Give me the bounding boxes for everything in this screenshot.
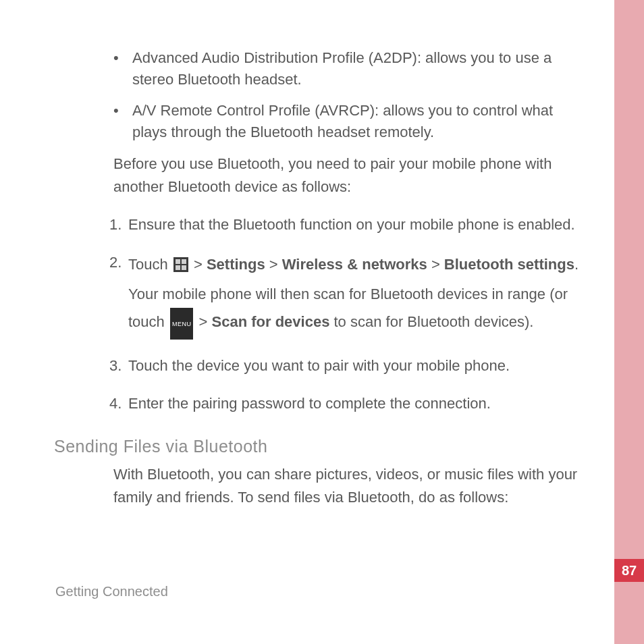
apps-grid-icon <box>173 254 188 281</box>
text-fragment: > <box>427 256 444 273</box>
step-item: 3. Touch the device you want to pair wit… <box>109 354 581 377</box>
page-number-tab: 87 <box>614 559 644 582</box>
step-text: Touch > Settings > Wireless & networks >… <box>128 251 581 340</box>
step-number: 2. <box>109 251 128 340</box>
bullet-marker: • <box>54 100 128 143</box>
step-text: Ensure that the Bluetooth function on yo… <box>128 213 575 236</box>
bullet-text: A/V Remote Control Profile (AVRCP): allo… <box>128 100 581 143</box>
text-fragment: to scan for Bluetooth devices). <box>329 313 533 330</box>
bullet-text: Advanced Audio Distribution Profile (A2D… <box>128 47 581 90</box>
step-item: 1. Ensure that the Bluetooth function on… <box>109 213 581 236</box>
path-settings: Settings <box>207 256 265 273</box>
step-text: Enter the pairing password to complete t… <box>128 392 491 415</box>
svg-rect-1 <box>176 259 180 264</box>
page-content: • Advanced Audio Distribution Profile (A… <box>54 47 581 516</box>
text-fragment: > <box>194 313 211 330</box>
menu-key-icon: MENU <box>170 308 194 340</box>
step-number: 3. <box>109 354 128 377</box>
path-bluetooth-settings: Bluetooth settings <box>444 256 574 273</box>
page-number: 87 <box>622 563 637 579</box>
path-wireless-networks: Wireless & networks <box>282 256 427 273</box>
text-fragment: Touch <box>128 256 172 273</box>
step-item: 4. Enter the pairing password to complet… <box>109 392 581 415</box>
section-paragraph: With Bluetooth, you can share pictures, … <box>113 463 581 509</box>
bullet-item: • Advanced Audio Distribution Profile (A… <box>54 47 581 90</box>
bullet-item: • A/V Remote Control Profile (AVRCP): al… <box>54 100 581 143</box>
step-number: 4. <box>109 392 128 415</box>
section-heading: Sending Files via Bluetooth <box>54 437 581 456</box>
text-fragment: > <box>190 256 207 273</box>
side-accent-bar <box>614 0 644 644</box>
svg-rect-3 <box>176 265 180 270</box>
svg-rect-4 <box>182 265 186 270</box>
step-item: 2. Touch > Settings > Wireless & network… <box>109 251 581 340</box>
svg-rect-2 <box>182 259 186 264</box>
step-number: 1. <box>109 213 128 236</box>
path-scan-for-devices: Scan for devices <box>212 313 330 330</box>
step-text: Touch the device you want to pair with y… <box>128 354 510 377</box>
footer-chapter-title: Getting Connected <box>55 584 168 599</box>
intro-paragraph: Before you use Bluetooth, you need to pa… <box>113 153 581 198</box>
bullet-marker: • <box>54 47 128 90</box>
text-fragment: > <box>265 256 282 273</box>
